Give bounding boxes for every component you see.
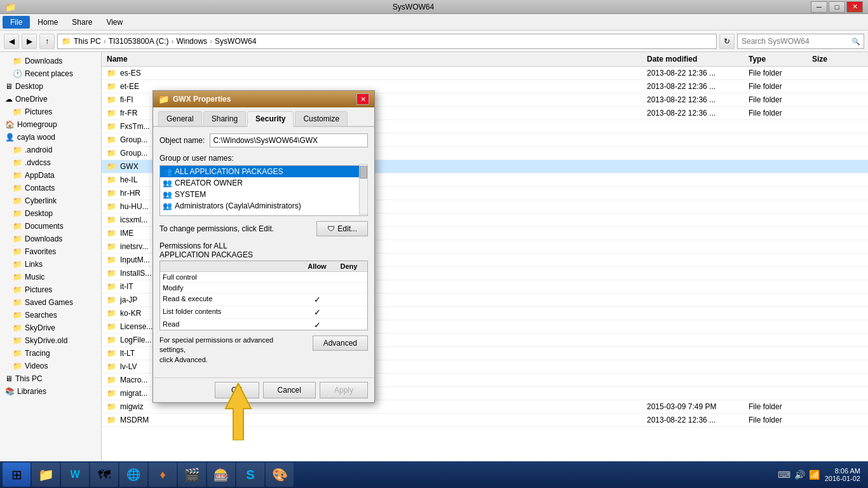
group-list[interactable]: 👥 ALL APPLICATION PACKAGES 👥 CREATOR OWN… [159,165,368,216]
sidebar-item-desktop2[interactable]: 📁 Desktop [0,207,101,220]
perm-row-read: Read ✓ [160,319,367,330]
list-item-creator-owner[interactable]: 👥 CREATOR OWNER [160,177,367,189]
menu-file[interactable]: File [3,16,30,29]
breadcrumb-drive[interactable]: TI31053800A (C:) [109,37,169,46]
col-type[interactable]: Type [749,55,812,64]
sidebar-item-cyberlink[interactable]: 📁 Cyberlink [0,194,101,207]
list-item-administrators[interactable]: 👥 Administrators (Cayla\Administrators) [160,200,367,212]
tab-general[interactable]: General [158,111,202,126]
sidebar-item-pictures[interactable]: 📁 Pictures [0,105,101,118]
taskbar-app-w[interactable]: W [61,463,89,487]
folder-icon: 📁 [107,202,116,211]
system-clock[interactable]: 8:06 AM 2016-01-02 [825,467,860,482]
advanced-button[interactable]: Advanced [313,336,368,351]
col-size[interactable]: Size [812,55,863,64]
sidebar-item-pictures2[interactable]: 📁 Pictures [0,283,101,296]
edit-button[interactable]: 🛡 Edit... [316,221,368,236]
cancel-button[interactable]: Cancel [263,382,316,398]
maximize-button[interactable]: □ [829,1,845,13]
back-button[interactable]: ◀ [4,34,19,49]
search-icon: 🔍 [851,37,860,45]
sidebar-item-libraries[interactable]: 📚 Libraries [0,385,101,398]
sidebar-item-android[interactable]: 📁 .android [0,144,101,156]
menu-home[interactable]: Home [31,16,64,29]
network-icon[interactable]: 📶 [809,470,820,480]
sidebar-item-saved-games[interactable]: 📁 Saved Games [0,296,101,309]
folder-icon: 📁 [13,285,22,294]
apply-button[interactable]: Apply [320,382,368,398]
taskbar-system-tray: ⌨ 🔊 📶 8:06 AM 2016-01-02 [778,467,865,482]
breadcrumb-syswow64[interactable]: SysWOW64 [215,37,256,46]
taskbar-media[interactable]: 🎬 [178,463,206,487]
perm-header: Allow Deny [160,261,367,272]
sidebar-item-favorites[interactable]: 📁 Favorites [0,245,101,258]
taskbar-diamond[interactable]: ♦ [149,463,177,487]
sidebar-item-skydrive[interactable]: 📁 SkyDrive [0,322,101,334]
taskbar-maps[interactable]: 🗺 [90,463,118,487]
address-bar: ◀ ▶ ↑ 📁 This PC › TI31053800A (C:) › Win… [0,30,868,52]
group-icon: 👥 [163,167,172,176]
table-row[interactable]: 📁es-ES 2013-08-22 12:36 ... File folder [102,67,868,80]
volume-icon[interactable]: 🔊 [794,470,805,480]
cloud-icon: ☁ [5,95,13,104]
pc-icon: 🖥 [5,374,13,383]
sidebar-item-links[interactable]: 📁 Links [0,258,101,271]
up-button[interactable]: ↑ [39,34,55,49]
user-icon: 👤 [5,133,15,142]
sidebar-item-this-pc[interactable]: 🖥 This PC [0,372,101,385]
sidebar-item-music[interactable]: 📁 Music [0,271,101,283]
table-row[interactable]: 📁MSDRM 2013-08-22 12:36 ... File folder [102,414,868,427]
sidebar-item-skydrive-old[interactable]: 📁 SkyDrive.old [0,334,101,347]
ok-button[interactable]: OK [215,382,259,398]
taskbar-app-chest[interactable]: 🎰 [207,463,235,487]
sidebar-item-homegroup[interactable]: 🏠 Homegroup [0,118,101,131]
menu-view[interactable]: View [100,16,129,29]
sidebar-item-searches[interactable]: 📁 Searches [0,309,101,322]
forward-button[interactable]: ▶ [22,34,37,49]
breadcrumb-this-pc[interactable]: This PC [74,37,101,46]
col-date[interactable]: Date modified [647,55,749,64]
folder-icon: 📁 [107,95,116,104]
sidebar-item-user[interactable]: 👤 cayla wood [0,131,101,144]
sidebar-item-videos[interactable]: 📁 Videos [0,360,101,372]
permissions-table[interactable]: Allow Deny Full control Modify Rea [159,261,368,330]
refresh-button[interactable]: ↻ [719,34,735,49]
sidebar-item-desktop[interactable]: 🖥 Desktop [0,80,101,93]
taskbar-skype[interactable]: S [236,463,264,487]
perm-row-list-folder: List folder contents ✓ [160,306,367,319]
sidebar-item-recent-places[interactable]: 🕐 Recent places [0,67,101,80]
minimize-button[interactable]: ─ [811,1,827,13]
list-item-system[interactable]: 👥 SYSTEM [160,189,367,200]
sidebar-item-dvdcss[interactable]: 📁 .dvdcss [0,156,101,169]
start-button[interactable]: ⊞ [3,463,31,487]
folder-icon: 📁 [107,69,116,78]
close-button[interactable]: ✕ [846,1,863,13]
edit-row: To change permissions, click Edit. 🛡 Edi… [159,221,368,236]
menu-share[interactable]: Share [65,16,98,29]
group-list-scrollbar[interactable] [359,164,368,215]
tab-security[interactable]: Security [247,111,294,127]
folder-icon: 📁 [13,323,22,332]
tab-sharing[interactable]: Sharing [203,111,246,126]
breadcrumb[interactable]: 📁 This PC › TI31053800A (C:) › Windows ›… [57,34,717,49]
sidebar-item-downloads[interactable]: 📁 Downloads [0,55,101,67]
sidebar-item-documents[interactable]: 📁 Documents [0,220,101,233]
sidebar-item-tracing[interactable]: 📁 Tracing [0,347,101,360]
list-item-all-app-packages[interactable]: 👥 ALL APPLICATION PACKAGES [160,166,367,177]
system-icons: ⌨ 🔊 📶 [778,470,820,480]
perm-row-fullcontrol: Full control [160,272,367,283]
search-input[interactable] [737,34,864,49]
folder-icon: 📁 [13,222,22,231]
dialog-close-button[interactable]: ✕ [356,93,369,105]
sidebar-item-contacts[interactable]: 📁 Contacts [0,182,101,194]
sidebar-item-downloads2[interactable]: 📁 Downloads [0,233,101,245]
tab-customize[interactable]: Customize [295,111,348,126]
taskbar-file-explorer[interactable]: 📁 [32,463,60,487]
breadcrumb-windows[interactable]: Windows [176,37,207,46]
group-label: Group or user names: [159,154,368,163]
sidebar-item-onedrive[interactable]: ☁ OneDrive [0,93,101,105]
col-name[interactable]: Name [107,55,647,64]
taskbar-chrome[interactable]: 🌐 [119,463,147,487]
taskbar-paint[interactable]: 🎨 [266,463,294,487]
sidebar-item-appdata[interactable]: 📁 AppData [0,169,101,182]
